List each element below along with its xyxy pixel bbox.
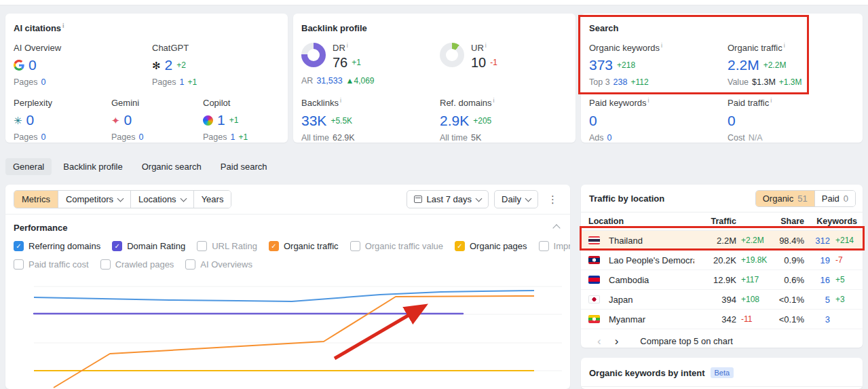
dr-value: 76 <box>333 55 347 71</box>
metrics-button[interactable]: Metrics <box>14 191 58 208</box>
checkbox-url-rating[interactable]: ✓URL Rating <box>197 241 257 251</box>
organic-traffic-line <box>54 296 534 388</box>
domain-rating-tile: DRi 76+1 AR31,533▲4,069 <box>301 43 440 86</box>
top-header-strip <box>0 0 868 5</box>
search-title: Search <box>581 14 863 33</box>
chevron-down-icon <box>180 195 187 202</box>
tab-backlink-profile[interactable]: Backlink profile <box>56 158 130 175</box>
perplexity-tile: Perplexity ✳ 0 Pages0 <box>14 98 111 142</box>
section-tabs: General Backlink profile Organic search … <box>5 158 275 175</box>
locations-button[interactable]: Locations <box>131 191 194 208</box>
info-icon: i <box>340 98 341 104</box>
ur-donut-chart <box>440 43 464 67</box>
organic-paid-toggle: Organic51 Paid0 <box>755 190 856 207</box>
tab-general[interactable]: General <box>5 158 52 175</box>
chatgpt-icon: ✻ <box>152 60 161 71</box>
organic-keywords-value: 373 <box>589 57 613 73</box>
backlink-profile-card: Backlink profile DRi 76+1 AR31,533▲4,069… <box>293 14 575 143</box>
next-page-icon[interactable]: › <box>608 335 626 347</box>
ai-citations-title: AI citationsi <box>5 14 288 33</box>
competitors-button[interactable]: Competitors <box>58 191 131 208</box>
dr-donut-chart <box>301 43 326 67</box>
tab-organic-search[interactable]: Organic search <box>134 158 209 175</box>
checkbox-box: ✓ <box>100 259 111 270</box>
divider <box>581 386 863 387</box>
checkbox-domain-rating[interactable]: ✓Domain Rating <box>112 241 185 251</box>
table-row-cambodia[interactable]: Cambodia 12.9K +117 0.6% 16 +5 <box>581 270 863 290</box>
years-button[interactable]: Years <box>194 191 231 208</box>
performance-title: Performance <box>14 223 67 233</box>
info-icon: i <box>770 98 772 104</box>
info-icon: i <box>784 43 785 49</box>
compare-top5-link[interactable]: Compare top 5 on chart <box>640 336 733 346</box>
date-range-button[interactable]: Last 7 days <box>407 190 489 208</box>
organic-traffic-tile: Organic traffici 2.2M+2.2M Value$1.3M+1.… <box>728 43 801 87</box>
paid-keywords-tile: Paid keywordsi 0 Ads0 <box>589 98 728 142</box>
table-row-laos[interactable]: Lao People's Democratic Reput 20.2K +19.… <box>581 251 863 270</box>
organic-keywords-tile: Organic keywordsi 373+218 Top 3238+112 <box>589 43 728 87</box>
metric-checkbox-row-1: ✓Referring domains ✓Domain Rating ✓URL R… <box>5 233 570 251</box>
gemini-tile: Gemini ✦ 0 Pages0 <box>111 98 203 142</box>
checkbox-ai-overviews[interactable]: ✓AI Overviews <box>185 259 252 270</box>
toggle-organic[interactable]: Organic51 <box>756 191 814 206</box>
performance-card: Metrics Competitors Locations Years Last… <box>5 185 570 389</box>
copilot-value: 1 <box>217 112 225 128</box>
checkbox-box: ✓ <box>14 241 24 251</box>
traffic-by-location-title: Traffic by location <box>589 193 664 204</box>
chevron-down-icon <box>525 195 532 202</box>
cambodia-flag-icon <box>588 276 600 284</box>
ur-value: 10 <box>471 55 486 71</box>
checkbox-referring-domains[interactable]: ✓Referring domains <box>14 241 100 251</box>
tab-paid-search[interactable]: Paid search <box>213 158 275 175</box>
search-card: Search Organic keywordsi 373+218 Top 323… <box>581 14 863 143</box>
url-rating-tile: URi 10-1 <box>440 43 497 86</box>
checkbox-box: ✓ <box>455 241 465 251</box>
google-icon <box>14 60 24 71</box>
checkbox-box: ✓ <box>269 241 279 251</box>
view-segmented-control: Metrics Competitors Locations Years <box>14 190 231 208</box>
info-icon: i <box>661 43 662 49</box>
collapse-chevron-icon[interactable] <box>552 224 560 231</box>
table-row-japan[interactable]: Japan 394 +108 <0.1% 5 +3 <box>581 290 863 310</box>
checkbox-box: ✓ <box>112 241 122 251</box>
organic-keywords-by-intent-card: Organic keywords by intent Beta <box>581 358 863 389</box>
performance-line-chart <box>5 269 570 389</box>
checkbox-crawled-pages[interactable]: ✓Crawled pages <box>100 259 174 270</box>
thailand-flag-icon <box>588 236 600 244</box>
backlink-profile-title: Backlink profile <box>293 14 575 33</box>
perplexity-value: 0 <box>26 112 35 128</box>
organic-traffic-value: 2.2M <box>728 57 759 73</box>
checkbox-organic-traffic-value[interactable]: ✓Organic traffic value <box>350 241 443 251</box>
checkbox-box: ✓ <box>14 259 24 270</box>
granularity-button[interactable]: Daily <box>494 190 538 208</box>
prev-page-icon[interactable]: ‹ <box>590 335 608 347</box>
table-row-myanmar[interactable]: Myanmar 342 -11 <0.1% 3 <box>581 310 863 329</box>
more-options-kebab-icon[interactable]: ⋮ <box>544 192 562 207</box>
paid-keywords-value: 0 <box>589 113 597 129</box>
chatgpt-value: 2 <box>165 57 173 73</box>
paid-traffic-value: 0 <box>728 113 736 129</box>
ai-overview-tile: AI Overview 0 Pages0 <box>14 43 152 87</box>
table-row-thailand[interactable]: Thailand 2.2M +2.2M 98.4% 312 +214 <box>581 231 863 251</box>
ref-domains-tile: Ref. domainsi 2.9K+205 All time5K <box>440 98 495 142</box>
perplexity-icon: ✳ <box>14 115 22 126</box>
copilot-icon <box>203 115 213 126</box>
gemini-value: 0 <box>124 112 132 128</box>
backlinks-value: 33K <box>301 113 326 129</box>
checkbox-organic-pages[interactable]: ✓Organic pages <box>455 241 527 251</box>
info-icon: i <box>485 43 487 49</box>
info-icon: i <box>347 43 348 49</box>
checkbox-organic-traffic[interactable]: ✓Organic traffic <box>269 241 339 251</box>
red-annotation-arrow <box>335 309 419 358</box>
gemini-icon: ✦ <box>111 115 120 126</box>
info-icon: i <box>62 23 64 29</box>
laos-flag-icon <box>588 256 600 264</box>
backlinks-tile: Backlinksi 33K+5.5K All time62.9K <box>301 98 440 142</box>
intent-card-title: Organic keywords by intent <box>589 368 705 378</box>
ai-citations-card: AI citationsi AI Overview 0 Pages0 ChatG… <box>5 14 288 143</box>
calendar-icon <box>414 196 422 203</box>
toggle-paid[interactable]: Paid0 <box>814 191 855 206</box>
checkbox-impressions[interactable]: ✓Impressions <box>539 241 570 251</box>
traffic-by-location-card: Traffic by location Organic51 Paid0 Loca… <box>581 185 863 348</box>
checkbox-paid-traffic-cost[interactable]: ✓Paid traffic cost <box>14 259 89 270</box>
